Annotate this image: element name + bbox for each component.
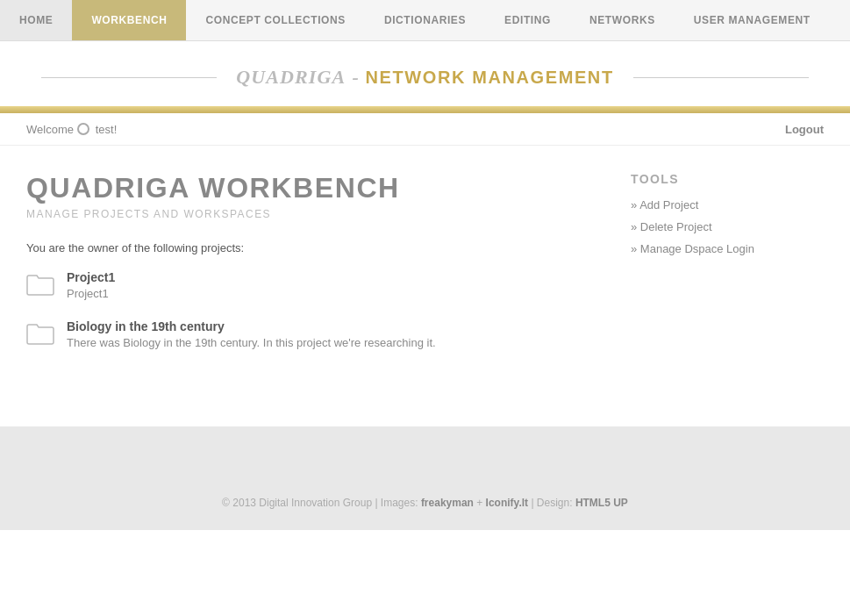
welcome-username: test! <box>96 123 118 136</box>
project-name[interactable]: Biology in the 19th century <box>67 319 436 333</box>
nav-item-concept-collections[interactable]: CONCEPT COLLECTIONS <box>186 0 364 40</box>
network-management-label: NETWORK MANAGEMENT <box>365 68 613 87</box>
footer-html5up-link[interactable]: HTML5 UP <box>575 497 628 509</box>
footer-iconify-link[interactable]: Iconify.lt <box>486 497 528 509</box>
project-info: Project1 Project1 <box>67 270 115 300</box>
welcome-prefix: Welcome <box>26 123 74 136</box>
footer-freakyman-link[interactable]: freakyman <box>421 497 474 509</box>
header-title: QUADRIGA - NETWORK MANAGEMENT <box>236 66 613 89</box>
nav-item-editing[interactable]: EDITING <box>485 0 570 40</box>
tools-title: TOOLS <box>631 172 824 186</box>
project-name[interactable]: Project1 <box>67 270 115 284</box>
owner-text: You are the owner of the following proje… <box>26 241 596 254</box>
footer-text: © 2013 Digital Innovation Group | Images… <box>0 497 850 509</box>
footer-plus: + <box>474 497 486 509</box>
main-content: QUADRIGA WORKBENCH MANAGE PROJECTS AND W… <box>0 146 850 426</box>
delete-project-link[interactable]: Delete Project <box>631 220 824 233</box>
nav-item-workbench[interactable]: WORKBENCH <box>72 0 186 40</box>
add-project-link[interactable]: Add Project <box>631 198 824 211</box>
page-subtitle: MANAGE PROJECTS AND WORKSPACES <box>26 208 596 220</box>
folder-icon <box>26 272 54 297</box>
footer: © 2013 Digital Innovation Group | Images… <box>0 426 850 530</box>
nav-item-home[interactable]: HOME <box>0 0 72 40</box>
tools-sidebar: TOOLS Add Project Delete Project Manage … <box>631 172 824 391</box>
manage-dspace-login-link[interactable]: Manage Dspace Login <box>631 242 824 255</box>
project-item: Project1 Project1 <box>26 270 596 300</box>
welcome-bar: Welcome test! Logout <box>0 113 850 146</box>
project-info: Biology in the 19th century There was Bi… <box>67 319 436 349</box>
project-desc: There was Biology in the 19th century. I… <box>67 336 436 349</box>
nav-item-user-management[interactable]: USER MANAGEMENT <box>675 0 830 40</box>
gold-bar <box>0 106 850 113</box>
page-title: QUADRIGA WORKBENCH <box>26 172 596 204</box>
content-left: QUADRIGA WORKBENCH MANAGE PROJECTS AND W… <box>26 172 631 391</box>
project-desc: Project1 <box>67 287 115 300</box>
footer-design-prefix: | Design: <box>528 497 575 509</box>
welcome-section: Welcome test! <box>26 122 117 136</box>
folder-icon <box>26 321 54 346</box>
user-icon <box>77 123 89 135</box>
main-nav: HOME WORKBENCH CONCEPT COLLECTIONS DICTI… <box>0 0 850 41</box>
logout-button[interactable]: Logout <box>785 123 824 136</box>
brand-name: QUADRIGA <box>236 66 346 88</box>
header-separator: - <box>352 66 365 88</box>
nav-item-networks[interactable]: NETWORKS <box>570 0 675 40</box>
project-item: Biology in the 19th century There was Bi… <box>26 319 596 349</box>
header-banner: QUADRIGA - NETWORK MANAGEMENT <box>0 41 850 106</box>
nav-item-dictionaries[interactable]: DICTIONARIES <box>365 0 485 40</box>
footer-copyright: © 2013 Digital Innovation Group | Images… <box>222 497 421 509</box>
